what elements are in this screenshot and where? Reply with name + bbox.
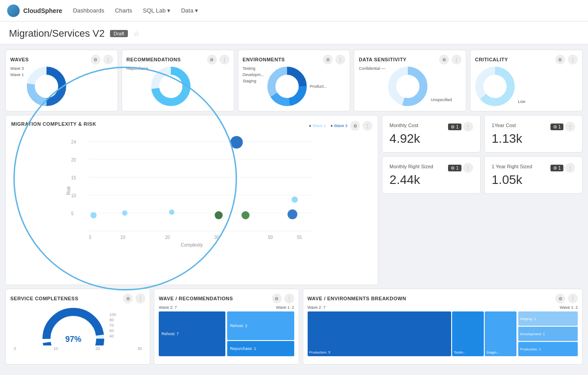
environments-card: ENVIRONMENTS ⚙ ⋮ Testing Developm... Sta… bbox=[238, 50, 351, 111]
data-sensitivity-filter-btn[interactable]: ⚙ bbox=[439, 55, 449, 64]
draft-badge: Draft bbox=[110, 30, 128, 37]
svg-text:20: 20 bbox=[165, 235, 170, 240]
svg-point-40 bbox=[230, 136, 243, 149]
recommendations-title: RECOMMENDATIONS bbox=[127, 57, 181, 62]
svg-text:5: 5 bbox=[71, 211, 74, 216]
scatter-legend-wave3: ● Wave 3 bbox=[330, 124, 347, 128]
ds-unspecified-label: Unspecified bbox=[431, 98, 452, 102]
nav-dashboards[interactable]: Dashboards bbox=[73, 7, 104, 14]
top-row: WAVES ⚙ ⋮ Wave 3 Wave 1 bbox=[5, 50, 583, 111]
logo[interactable]: CloudSphere bbox=[7, 4, 62, 17]
scatter-filter-btn[interactable]: ⚙ bbox=[350, 121, 360, 131]
environments-card-header: ENVIRONMENTS ⚙ ⋮ bbox=[243, 55, 346, 64]
wave-env-blocks: Production: 5 Testin... Stagin... Stagin… bbox=[308, 311, 578, 356]
wave1-label: Wave 1: 2 bbox=[276, 305, 294, 310]
wave-environments-more-btn[interactable]: ⋮ bbox=[568, 294, 578, 303]
data-sensitivity-title: DATA SENSITIVITY bbox=[359, 57, 406, 62]
scatter-legend-wave1: ● Wave 1 bbox=[309, 124, 326, 128]
criticality-more-btn[interactable]: ⋮ bbox=[568, 55, 578, 64]
wave-env-wave1-label: Wave 1: 2 bbox=[560, 305, 578, 310]
waves-card: WAVES ⚙ ⋮ Wave 3 Wave 1 bbox=[5, 50, 118, 111]
recommendations-card: RECOMMENDATIONS ⚙ ⋮ Hepurchase bbox=[122, 50, 234, 111]
environments-filter-btn[interactable]: ⚙ bbox=[323, 55, 333, 64]
svg-text:10: 10 bbox=[71, 193, 76, 198]
wave-recommendations-filter-btn[interactable]: ⚙ bbox=[272, 294, 282, 303]
waves-title: WAVES bbox=[10, 57, 29, 62]
env-product-label: Product... bbox=[310, 84, 327, 89]
service-completeness-more-btn[interactable]: ⋮ bbox=[135, 294, 145, 303]
monthly-right-sized-more[interactable]: ⋮ bbox=[463, 163, 473, 173]
svg-text:97%: 97% bbox=[65, 335, 81, 344]
waves-actions: ⚙ ⋮ bbox=[91, 55, 113, 64]
scatter-card-header: MIGRATION COMPLEXITY & RISK ● Wave 1 ● W… bbox=[11, 121, 372, 131]
svg-point-37 bbox=[215, 211, 223, 219]
service-completeness-filter-btn[interactable]: ⚙ bbox=[123, 294, 133, 303]
environments-donut-svg bbox=[267, 66, 307, 107]
data-sensitivity-donut-container: Confidential — Unspecified bbox=[359, 66, 461, 107]
ds-legend-confidential: Confidential — bbox=[359, 66, 385, 71]
criticality-donut-container: Low bbox=[475, 66, 578, 107]
recommendations-filter-btn[interactable]: ⚙ bbox=[207, 55, 217, 64]
svg-text:10: 10 bbox=[120, 235, 126, 240]
recommendations-legend-hepurchase: Hepurchase bbox=[127, 66, 148, 71]
production-5-block: Production: 5 bbox=[308, 311, 452, 356]
service-completeness-title: SERVICE COMPLETENESS bbox=[10, 296, 78, 301]
monthly-cost-label: Monthly Cost bbox=[389, 123, 418, 128]
right-metrics: Monthly Cost ⚙ 1 ⋮ 4.92k 1Year Cost ⚙ 1 … bbox=[382, 115, 583, 285]
svg-point-35 bbox=[169, 209, 174, 215]
monthly-right-sized-label: Monthly Right Sized bbox=[389, 164, 433, 169]
year-cost-more[interactable]: ⋮ bbox=[565, 122, 575, 132]
svg-text:5: 5 bbox=[89, 235, 92, 240]
scatter-more-btn[interactable]: ⋮ bbox=[363, 121, 372, 131]
monthly-cost-value: 4.92k bbox=[389, 132, 473, 146]
nav-data[interactable]: Data ▾ bbox=[181, 7, 198, 14]
logo-text: CloudSphere bbox=[23, 7, 62, 14]
wave-rec-bars: Rehost: 7 Rehost: 2 Repurchase: 1 bbox=[159, 311, 294, 356]
svg-text:20: 20 bbox=[71, 158, 76, 162]
rehost-2-bar: Rehost: 2 bbox=[227, 311, 294, 340]
data-sensitivity-more-btn[interactable]: ⋮ bbox=[452, 55, 461, 64]
monthly-right-sized-filter: ⚙ 1 bbox=[448, 165, 461, 171]
wave-recommendations-more-btn[interactable]: ⋮ bbox=[284, 294, 294, 303]
page-header: Migration/Services V2 Draft ☆ bbox=[0, 21, 588, 44]
wave-environments-actions: ⚙ ⋮ bbox=[555, 294, 578, 303]
year-right-sized-label: 1 Year Right Sized bbox=[492, 164, 533, 169]
nav-sqllab[interactable]: SQL Lab ▾ bbox=[143, 7, 170, 14]
service-completeness-header: SERVICE COMPLETENESS ⚙ ⋮ bbox=[10, 294, 145, 303]
scatter-actions: ● Wave 1 ● Wave 3 ⚙ ⋮ bbox=[309, 121, 372, 131]
svg-text:15: 15 bbox=[71, 175, 76, 180]
environments-more-btn[interactable]: ⋮ bbox=[335, 55, 345, 64]
scatter-legend: ● Wave 1 ● Wave 3 bbox=[309, 124, 347, 128]
recommendations-card-header: RECOMMENDATIONS ⚙ ⋮ bbox=[127, 55, 229, 64]
year-right-sized-card: 1 Year Right Sized ⚙ 1 ⋮ 1.05k bbox=[484, 156, 583, 194]
monthly-cost-more[interactable]: ⋮ bbox=[463, 122, 473, 132]
waves-legend: Wave 3 Wave 1 bbox=[10, 66, 24, 79]
year-cost-label: 1Year Cost bbox=[492, 123, 516, 128]
service-completeness-actions: ⚙ ⋮ bbox=[123, 294, 145, 303]
nav-charts[interactable]: Charts bbox=[115, 7, 132, 14]
middle-section: MIGRATION COMPLEXITY & RISK ● Wave 1 ● W… bbox=[5, 115, 583, 285]
gauge-scale: 100 80 70 60 40 bbox=[110, 312, 116, 338]
recommendations-donut-svg bbox=[151, 66, 191, 107]
wave-environments-filter-btn[interactable]: ⚙ bbox=[555, 294, 565, 303]
env-legend-staging: Staging bbox=[243, 79, 264, 83]
metric-row-2: Monthly Right Sized ⚙ 1 ⋮ 2.44k 1 Year R… bbox=[382, 156, 583, 194]
wave-rec-labels: Wave 2: 7 Wave 1: 2 bbox=[159, 305, 294, 310]
criticality-card: CRITICALITY ⚙ ⋮ Low bbox=[470, 50, 583, 111]
year-right-sized-more[interactable]: ⋮ bbox=[565, 163, 575, 173]
svg-point-39 bbox=[288, 209, 297, 219]
star-icon[interactable]: ☆ bbox=[133, 30, 140, 38]
svg-text:24: 24 bbox=[71, 140, 76, 145]
waves-more-btn[interactable]: ⋮ bbox=[103, 55, 113, 64]
wave1-env-blocks: Staging: 1 Development: 1 Production: 1 bbox=[518, 311, 578, 356]
waves-legend-wave3: Wave 3 bbox=[10, 66, 24, 71]
environments-donut-container: Testing Developm... Staging Pro bbox=[243, 66, 346, 107]
criticality-filter-btn[interactable]: ⚙ bbox=[555, 55, 565, 64]
recommendations-more-btn[interactable]: ⋮ bbox=[220, 55, 229, 64]
svg-point-38 bbox=[241, 211, 250, 219]
svg-text:55: 55 bbox=[297, 235, 302, 240]
monthly-cost-filter: ⚙ 1 bbox=[448, 124, 461, 130]
waves-filter-btn[interactable]: ⚙ bbox=[91, 55, 101, 64]
environments-legend: Testing Developm... Staging bbox=[243, 66, 264, 85]
wave-environments-title: WAVE / ENVIRONMENTS BREAKDOWN bbox=[308, 296, 406, 301]
